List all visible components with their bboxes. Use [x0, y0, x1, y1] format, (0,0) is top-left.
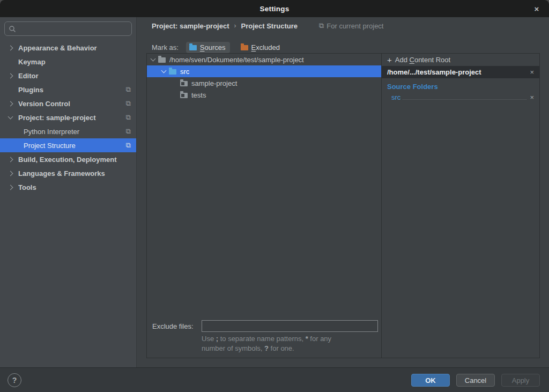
- plus-icon: +: [387, 55, 392, 64]
- per-project-settings-icon: ⧉: [126, 141, 131, 150]
- mark-as-label: Mark as:: [152, 43, 179, 51]
- sidebar-item-project[interactable]: Project: sample-project ⧉: [0, 110, 136, 124]
- title-bar: Settings ×: [0, 0, 549, 17]
- tree-row-tests[interactable]: tests: [147, 89, 381, 101]
- source-folder-icon: [189, 45, 197, 50]
- chevron-right-icon[interactable]: [8, 157, 13, 162]
- source-folder-icon: [169, 69, 176, 75]
- breadcrumb-page: Project Structure: [241, 22, 298, 30]
- chevron-right-icon[interactable]: [8, 101, 13, 106]
- chevron-right-icon[interactable]: [8, 73, 13, 78]
- exclude-files-section: Exclude files: Use ; to separate name pa…: [147, 320, 381, 353]
- per-project-settings-icon: ⧉: [126, 99, 131, 108]
- mark-excluded-button[interactable]: Excluded: [238, 42, 284, 53]
- add-content-root-button[interactable]: + Add Content Root: [382, 54, 539, 66]
- sidebar-item-build-execution-deployment[interactable]: Build, Execution, Deployment: [0, 152, 136, 166]
- mark-sources-button[interactable]: Sources: [186, 42, 230, 53]
- close-icon[interactable]: ×: [531, 3, 542, 14]
- source-folder-item[interactable]: src ×: [382, 92, 539, 102]
- content-root-panel: + Add Content Root /home/.../test/sample…: [382, 54, 539, 358]
- per-project-settings-icon: ⧉: [126, 127, 131, 136]
- cancel-button[interactable]: Cancel: [456, 374, 495, 387]
- settings-sidebar: Appearance & Behavior Keymap Editor Plug…: [0, 17, 137, 367]
- dialog-footer: ? OK Cancel Apply: [0, 367, 549, 392]
- search-input[interactable]: [4, 21, 132, 36]
- chevron-down-icon[interactable]: [161, 68, 167, 73]
- mark-as-toolbar: Mark as: Sources Excluded: [152, 41, 284, 54]
- sidebar-item-version-control[interactable]: Version Control ⧉: [0, 97, 136, 110]
- search-icon: [9, 25, 16, 33]
- exclude-files-hint: Use ; to separate name patterns, * for a…: [202, 334, 381, 353]
- sidebar-item-appearance-behavior[interactable]: Appearance & Behavior: [0, 41, 136, 55]
- source-folders-heading: Source Folders: [382, 78, 539, 92]
- breadcrumb: Project: sample-project › Project Struct…: [152, 21, 383, 30]
- main-content: Project: sample-project › Project Struct…: [137, 17, 549, 367]
- tree-row-src[interactable]: src: [147, 65, 381, 77]
- ok-button[interactable]: OK: [411, 374, 450, 387]
- exclude-files-label: Exclude files:: [147, 322, 202, 330]
- for-current-project-label: ⧉ For current project: [319, 21, 384, 30]
- settings-nav: Appearance & Behavior Keymap Editor Plug…: [0, 41, 136, 194]
- sidebar-item-tools[interactable]: Tools: [0, 180, 136, 194]
- sidebar-item-plugins[interactable]: Plugins ⧉: [0, 83, 136, 97]
- chevron-down-icon[interactable]: [8, 114, 13, 120]
- sidebar-item-keymap[interactable]: Keymap: [0, 55, 136, 69]
- breadcrumb-separator: ›: [234, 22, 236, 29]
- sidebar-item-languages-frameworks[interactable]: Languages & Frameworks: [0, 166, 136, 180]
- help-button[interactable]: ?: [8, 373, 21, 387]
- sidebar-item-editor[interactable]: Editor: [0, 69, 136, 83]
- per-project-settings-icon: ⧉: [126, 85, 131, 94]
- chevron-right-icon[interactable]: [8, 171, 13, 176]
- per-project-settings-icon: ⧉: [126, 113, 131, 122]
- dialog-title: Settings: [260, 5, 290, 13]
- tree-row-sample-project[interactable]: sample-project: [147, 77, 381, 89]
- excluded-folder-icon: [241, 45, 248, 50]
- per-project-settings-icon: ⧉: [319, 21, 324, 30]
- content-root-item[interactable]: /home/.../test/sample-project ×: [382, 66, 539, 78]
- content-root-path: /home/.../test/sample-project: [387, 68, 529, 76]
- folder-icon: [180, 81, 188, 86]
- folder-icon: [180, 93, 188, 98]
- remove-source-folder-icon[interactable]: ×: [529, 93, 535, 101]
- sidebar-item-python-interpreter[interactable]: Python Interpreter ⧉: [0, 124, 136, 138]
- structure-panel: /home/sven/Dokumente/test/sample-project…: [146, 53, 540, 358]
- settings-dialog: Settings × Appearance & Behavior Keymap …: [0, 0, 549, 392]
- chevron-right-icon[interactable]: [8, 45, 13, 50]
- remove-content-root-icon[interactable]: ×: [529, 68, 535, 76]
- source-folder-name[interactable]: src: [391, 93, 400, 101]
- apply-button: Apply: [501, 374, 540, 387]
- breadcrumb-project[interactable]: Project: sample-project: [152, 22, 229, 30]
- directory-tree: /home/sven/Dokumente/test/sample-project…: [147, 54, 382, 358]
- chevron-right-icon[interactable]: [8, 184, 13, 190]
- chevron-down-icon[interactable]: [151, 56, 156, 62]
- folder-icon: [158, 57, 166, 63]
- tree-row-content-root[interactable]: /home/sven/Dokumente/test/sample-project: [147, 54, 381, 65]
- exclude-files-input[interactable]: [202, 320, 378, 332]
- dotted-leader: [403, 99, 526, 100]
- sidebar-item-project-structure[interactable]: Project Structure ⧉: [0, 138, 136, 152]
